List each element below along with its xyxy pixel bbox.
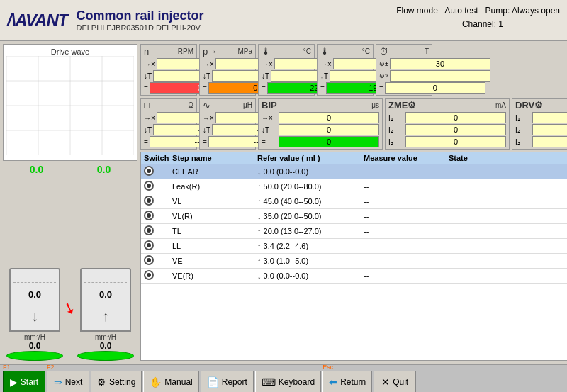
- cylinder-left: 0.0 ↓ mm³/H 0.0: [3, 268, 67, 361]
- table-row[interactable]: VL ↑ 45.0 (40.0--50.0) --: [141, 194, 567, 209]
- fkey-esc: Esc: [322, 364, 333, 371]
- step-name-1: Leak(R): [172, 182, 257, 191]
- cylinder-left-body: 0.0 ↓: [9, 268, 60, 332]
- radio-3[interactable]: [144, 211, 154, 220]
- play-icon: ▶: [10, 376, 18, 388]
- step-name-3: VL(R): [172, 212, 257, 220]
- measure-5: --: [364, 242, 449, 250]
- radio-1[interactable]: [144, 181, 154, 191]
- metric-bip: BIP μs →× ↓T =: [258, 98, 383, 150]
- btn-report-wrapper: 📄 Report: [201, 364, 254, 393]
- drv-i3[interactable]: [532, 136, 567, 147]
- radio-2[interactable]: [144, 196, 154, 206]
- toolbar: F1 ▶ Start F2 ⇒ Next ⚙ Setting ✋: [0, 364, 567, 392]
- table-row[interactable]: TL ↑ 20.0 (13.0--27.0) --: [141, 224, 567, 239]
- cyl-right-bottom-value: 0.0: [100, 341, 112, 351]
- cyl-left-inner-value: 0.0: [11, 289, 59, 300]
- next-label: Next: [65, 377, 83, 387]
- next-button[interactable]: ⇒ Next: [47, 371, 89, 393]
- timer-input-2[interactable]: [390, 70, 490, 82]
- table-row[interactable]: VE ↑ 3.0 (1.0--5.0) --: [141, 254, 567, 269]
- zme-i2[interactable]: [405, 124, 506, 135]
- drv-symbol: DRV⚙: [515, 100, 543, 111]
- step-name-4: TL: [172, 227, 257, 235]
- metric-ohm: □ Ω →× ↓T =: [140, 98, 197, 150]
- bip-input-2[interactable]: [279, 124, 379, 135]
- btn-return-wrapper: Esc ⬅ Return: [322, 364, 372, 393]
- metric-timer: ⏱ T ⊙± ⊙» =: [376, 44, 432, 96]
- cyl-values-row: 0.0 0.0: [3, 164, 137, 175]
- ref-val-6: ↑ 3.0 (1.0--5.0): [257, 257, 364, 265]
- report-label: Report: [222, 377, 247, 387]
- cyl-right-base: [77, 351, 134, 361]
- bip-input-1[interactable]: [279, 112, 379, 123]
- cyl-right-inner-value: 0.0: [82, 289, 130, 300]
- radio-6[interactable]: [144, 255, 154, 265]
- timer-input-1[interactable]: [390, 58, 490, 69]
- radio-7[interactable]: [144, 270, 154, 280]
- table-row[interactable]: CLEAR ↓ 0.0 (0.0--0.0): [141, 164, 567, 179]
- setting-button[interactable]: ⚙ Setting: [91, 371, 142, 393]
- keyboard-button[interactable]: ⌨ Keyboard: [255, 371, 321, 393]
- table-area: Switch Step name Refer value ( ml ) Meas…: [140, 152, 567, 361]
- ohm-symbol: □: [144, 100, 150, 111]
- radio-5[interactable]: [144, 240, 154, 250]
- bip-symbol: BIP: [262, 100, 277, 111]
- temp2-unit: °C: [362, 47, 370, 55]
- col-stepname: Step name: [172, 154, 257, 162]
- ref-val-7: ↓ 0.0 (0.0--0.0): [257, 271, 364, 280]
- temp2-symbol: 🌡: [320, 46, 330, 57]
- drv-i2[interactable]: [532, 124, 567, 135]
- zme-i1[interactable]: [405, 112, 506, 123]
- quit-button[interactable]: ✕ Quit: [374, 371, 416, 393]
- bip-input-3[interactable]: [279, 136, 379, 147]
- manual-label: Manual: [164, 377, 192, 387]
- cyl-left-unit: mm³/H: [24, 333, 45, 341]
- cyl-right-unit: mm³/H: [95, 333, 116, 341]
- radio-0[interactable]: [144, 166, 154, 176]
- metrics-row-2: □ Ω →× ↓T = ∿ μH: [140, 98, 567, 150]
- manual-button[interactable]: ✋ Manual: [143, 371, 198, 393]
- drive-wave-label: Drive wave: [6, 47, 134, 56]
- cyl-right-top-value: 0.0: [97, 164, 111, 175]
- btn-start-wrapper: F1 ▶ Start: [3, 364, 45, 393]
- return-button[interactable]: ⬅ Return: [322, 371, 372, 393]
- start-button[interactable]: ▶ Start: [3, 371, 45, 393]
- table-row[interactable]: VL(R) ↓ 35.0 (20.0--50.0) --: [141, 209, 567, 224]
- zme-unit: mA: [495, 101, 506, 109]
- bip-unit: μs: [371, 101, 379, 109]
- header-right: Flow mode Auto test Pump: Always open Ch…: [396, 4, 560, 31]
- n-unit: RPM: [178, 47, 193, 55]
- return-icon: ⬅: [329, 376, 337, 388]
- cyl-left-top-value: 0.0: [30, 164, 43, 175]
- step-name-0: CLEAR: [172, 167, 257, 176]
- radio-4[interactable]: [144, 225, 154, 235]
- table-row[interactable]: LL ↑ 3.4 (2.2--4.6) --: [141, 239, 567, 254]
- start-label: Start: [21, 377, 38, 387]
- mode-label: Flow mode: [396, 6, 438, 16]
- metric-n: n RPM →× ↓T =: [140, 44, 197, 96]
- table-row[interactable]: VE(R) ↓ 0.0 (0.0--0.0) --: [141, 269, 567, 284]
- ref-val-2: ↑ 45.0 (40.0--50.0): [257, 197, 364, 206]
- zme-i3[interactable]: [405, 136, 506, 147]
- ref-val-5: ↑ 3.4 (2.2--4.6): [257, 242, 364, 250]
- content-area: Drive wave: [0, 41, 567, 364]
- report-button[interactable]: 📄 Report: [201, 371, 254, 393]
- temp1-symbol: 🌡: [262, 46, 271, 57]
- metric-drv: DRV⚙ mA I₁ I₂ I₃: [512, 98, 567, 150]
- table-body: CLEAR ↓ 0.0 (0.0--0.0) Leak(R) ↑ 50.0 (2…: [141, 164, 567, 357]
- btn-next-wrapper: F2 ⇒ Next: [47, 364, 89, 393]
- timer-input-3[interactable]: [385, 82, 485, 94]
- gear-icon: ⚙: [97, 376, 106, 388]
- uh-unit: μH: [243, 101, 252, 109]
- drv-i1[interactable]: [532, 112, 567, 123]
- next-icon: ⇒: [54, 376, 62, 388]
- measure-6: --: [364, 257, 449, 265]
- ref-val-1: ↑ 50.0 (20.0--80.0): [257, 182, 364, 191]
- fkey-f1: F1: [3, 364, 11, 371]
- table-row[interactable]: Leak(R) ↑ 50.0 (20.0--80.0) --: [141, 179, 567, 194]
- ref-val-0: ↓ 0.0 (0.0--0.0): [257, 167, 364, 176]
- return-label: Return: [340, 377, 366, 387]
- metric-temp1: 🌡 °C →× ↓T =: [258, 44, 315, 96]
- ref-val-4: ↑ 20.0 (13.0--27.0): [257, 227, 364, 235]
